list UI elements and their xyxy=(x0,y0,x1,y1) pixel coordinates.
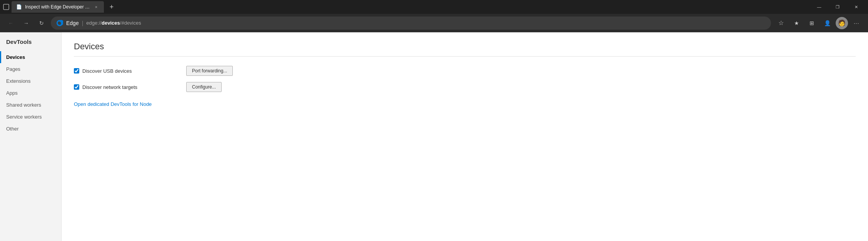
sidebar-item-devices[interactable]: Devices xyxy=(0,51,61,63)
url-protocol: edge:// xyxy=(86,20,102,26)
url-path: Devices xyxy=(102,20,120,26)
address-url: edge://Devices/#devices xyxy=(86,20,141,26)
browser-tab[interactable]: 📄 Inspect with Edge Developer Too × xyxy=(12,1,104,13)
browser-brand-label: Edge xyxy=(66,20,79,26)
sidebar: DevTools Devices Pages Extensions Apps S… xyxy=(0,32,62,241)
title-bar: 📄 Inspect with Edge Developer Too × + — … xyxy=(0,0,868,14)
address-separator: | xyxy=(82,20,83,26)
close-button[interactable]: ✕ xyxy=(847,0,865,14)
navigation-bar: ← → ↻ Edge | edge://Devices/#devices ☆ ★… xyxy=(0,14,868,32)
network-targets-row: Discover network targets Configure... xyxy=(74,82,856,92)
main-area: DevTools Devices Pages Extensions Apps S… xyxy=(0,32,868,241)
address-bar[interactable]: Edge | edge://Devices/#devices xyxy=(51,17,771,30)
minimize-button[interactable]: — xyxy=(810,0,828,14)
collections-icon: ⊞ xyxy=(810,20,814,26)
tab-strip: 📄 Inspect with Edge Developer Too × + xyxy=(3,1,117,13)
sidebar-item-extensions[interactable]: Extensions xyxy=(0,75,61,87)
star-filled-icon: ★ xyxy=(794,20,799,26)
nav-action-buttons: ☆ ★ ⊞ 👤 🧑 ··· xyxy=(774,16,863,30)
user-avatar[interactable]: 🧑 xyxy=(836,17,848,29)
devtools-for-node-link[interactable]: Open dedicated DevTools for Node xyxy=(74,101,152,107)
settings-menu-button[interactable]: ··· xyxy=(850,16,863,30)
sidebar-item-apps[interactable]: Apps xyxy=(0,87,61,99)
sidebar-item-service-workers[interactable]: Service workers xyxy=(0,111,61,123)
new-tab-button[interactable]: + xyxy=(106,2,117,12)
avatar-icon: 🧑 xyxy=(838,19,846,27)
sidebar-item-shared-workers[interactable]: Shared workers xyxy=(0,99,61,111)
favorites-bar-button[interactable]: ★ xyxy=(790,16,803,30)
usb-devices-checkbox-label[interactable]: Discover USB devices xyxy=(74,68,182,74)
sidebar-item-pages[interactable]: Pages xyxy=(0,63,61,75)
usb-devices-label: Discover USB devices xyxy=(82,68,132,74)
star-icon: ☆ xyxy=(778,19,784,27)
edge-logo-icon xyxy=(56,20,63,27)
profile-button[interactable]: 👤 xyxy=(820,16,834,30)
port-forwarding-button[interactable]: Port forwarding... xyxy=(186,66,233,76)
window-controls: — ❐ ✕ xyxy=(810,0,865,14)
maximize-button[interactable]: ❐ xyxy=(829,0,846,14)
ellipsis-icon: ··· xyxy=(854,20,860,26)
sidebar-item-other[interactable]: Other xyxy=(0,123,61,135)
window-icon xyxy=(3,4,9,10)
usb-devices-row: Discover USB devices Port forwarding... xyxy=(74,66,856,76)
usb-devices-checkbox[interactable] xyxy=(74,68,79,74)
network-targets-checkbox-label[interactable]: Discover network targets xyxy=(74,84,182,90)
network-targets-checkbox[interactable] xyxy=(74,84,79,90)
url-hash: /#devices xyxy=(120,20,141,26)
configure-button[interactable]: Configure... xyxy=(186,82,222,92)
tab-close-button[interactable]: × xyxy=(93,4,99,10)
svg-rect-0 xyxy=(3,4,9,10)
tab-favicon: 📄 xyxy=(16,4,22,10)
sidebar-title: DevTools xyxy=(0,38,61,51)
favorites-star-button[interactable]: ☆ xyxy=(774,16,788,30)
network-targets-label: Discover network targets xyxy=(82,84,137,90)
back-button[interactable]: ← xyxy=(5,17,17,29)
profile-icon: 👤 xyxy=(824,20,831,26)
forward-button[interactable]: → xyxy=(20,17,32,29)
collections-button[interactable]: ⊞ xyxy=(805,16,819,30)
page-title: Devices xyxy=(74,42,856,57)
refresh-button[interactable]: ↻ xyxy=(35,17,48,29)
tab-title: Inspect with Edge Developer Too xyxy=(25,4,90,10)
content-panel: Devices Discover USB devices Port forwar… xyxy=(62,32,868,241)
